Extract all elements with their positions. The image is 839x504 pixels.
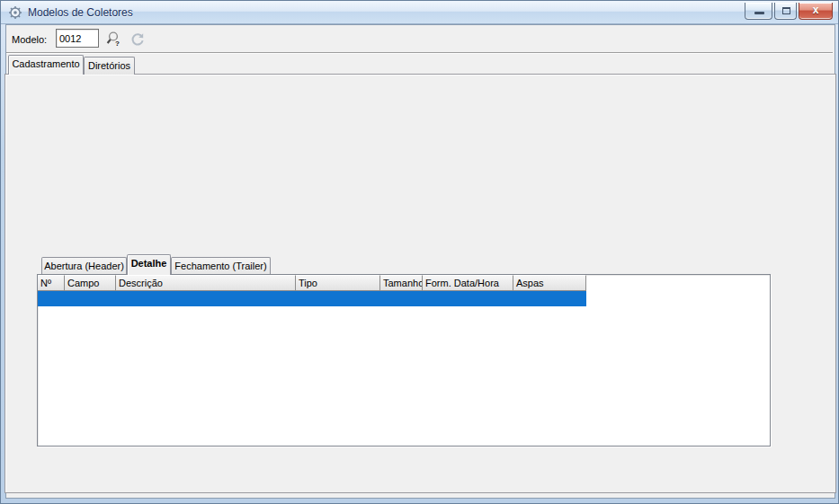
window-title: Modelos de Coletores — [28, 6, 133, 19]
tab-detalhe-label: Detalhe — [131, 258, 167, 269]
tab-fechamento-label: Fechamento (Trailer) — [174, 261, 266, 271]
tab-cadastramento[interactable]: Cadastramento — [8, 55, 84, 75]
maximize-button[interactable] — [774, 3, 797, 20]
tab-fechamento-trailer[interactable]: Fechamento (Trailer) — [171, 257, 271, 275]
tab-abertura-header[interactable]: Abertura (Header) — [41, 257, 127, 275]
search-model-icon[interactable]: ? — [105, 31, 121, 47]
tab-abertura-label: Abertura (Header) — [44, 261, 124, 271]
column-header-descricao[interactable]: Descrição — [116, 275, 296, 291]
estrutura-table[interactable]: Nº Campo Descrição Tipo Tamanho Form. Da… — [37, 274, 771, 447]
app-window: Modelos de Coletores x Modelo: ? Cadastr… — [0, 0, 839, 504]
toolbar-separator — [6, 52, 833, 54]
tab-diretorios-label: Diretórios — [88, 60, 130, 71]
minimize-icon — [754, 12, 764, 14]
gear-app-icon — [8, 5, 22, 20]
svg-text:?: ? — [115, 40, 120, 47]
column-header-tamanho[interactable]: Tamanho — [380, 275, 423, 291]
model-input[interactable] — [56, 29, 99, 48]
model-label: Modelo: — [12, 34, 47, 45]
column-header-campo[interactable]: Campo — [65, 275, 116, 291]
column-header-num[interactable]: Nº — [38, 275, 65, 291]
column-header-formato[interactable]: Form. Data/Hora — [423, 275, 513, 291]
minimize-button[interactable] — [745, 3, 772, 20]
tab-cadastramento-label: Cadastramento — [12, 58, 79, 69]
title-bar[interactable]: Modelos de Coletores x — [1, 1, 838, 24]
table-row-selected[interactable] — [38, 291, 586, 306]
column-header-tipo[interactable]: Tipo — [296, 275, 380, 291]
close-button[interactable]: x — [799, 3, 833, 20]
column-header-aspas[interactable]: Aspas — [513, 275, 586, 291]
maximize-icon — [782, 7, 790, 14]
close-icon: x — [799, 4, 832, 16]
tab-diretorios[interactable]: Diretórios — [84, 57, 135, 75]
table-header-row: Nº Campo Descrição Tipo Tamanho Form. Da… — [38, 275, 770, 291]
refresh-icon — [129, 31, 146, 48]
tab-detalhe[interactable]: Detalhe — [127, 254, 171, 275]
